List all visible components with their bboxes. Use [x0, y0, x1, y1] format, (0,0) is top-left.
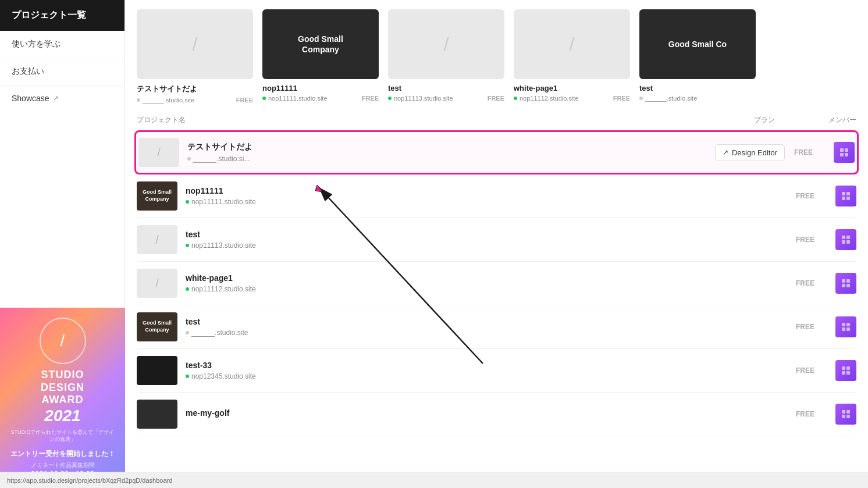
- card-2-thumb: Good SmallCompany: [262, 9, 379, 79]
- project-row-4[interactable]: / white-page1 nop11112.studio.site FREE: [137, 262, 856, 305]
- status-url: https://app.studio.design/projects/bXqzR…: [7, 477, 172, 484]
- slash-icon-row3: /: [155, 233, 159, 247]
- card-5[interactable]: Good Small Co test ______.studio.site: [639, 9, 756, 104]
- card-2-url: nop11111.studio.site: [262, 95, 328, 102]
- gsc-img-text-2: Good Small Company: [137, 187, 177, 205]
- project-actions-7: FREE: [794, 410, 817, 418]
- dot-green-row6: [186, 375, 189, 378]
- card-3[interactable]: / test nop11113.studio.site FREE: [388, 9, 504, 104]
- card-4-plan: FREE: [613, 95, 630, 102]
- project-thumb-5: Good Small Company: [137, 312, 177, 341]
- sidebar-item-learn[interactable]: 使い方を学ぶ: [0, 31, 124, 58]
- slash-icon-row4: /: [155, 277, 159, 290]
- project-row-3[interactable]: / test nop11113.studio.site FREE: [137, 218, 856, 262]
- cards-row: / テストサイトだよ ______.studio.site FREE Good …: [125, 0, 868, 104]
- project-url-3: nop11113.studio.site: [186, 241, 794, 250]
- member-dots-7: [842, 410, 850, 418]
- project-plan-7: FREE: [794, 410, 817, 418]
- header-member: メンバー: [821, 115, 856, 125]
- project-info-5: test ______.studio.site: [186, 317, 794, 337]
- project-thumb-1: /: [138, 138, 179, 167]
- header-plan: プラン: [705, 115, 775, 125]
- card-3-name: test: [388, 84, 504, 92]
- project-name-6: test-33: [186, 361, 794, 370]
- project-plan-1: FREE: [792, 148, 815, 156]
- project-member-7[interactable]: [835, 404, 856, 425]
- project-member-6[interactable]: [835, 360, 856, 381]
- project-name-7: me-my-golf: [186, 408, 794, 418]
- card-4-url: nop11112.studio.site: [514, 95, 579, 102]
- project-member-1[interactable]: [834, 142, 855, 163]
- project-row-1[interactable]: / テストサイトだよ ______.studio.si... ↗ Design …: [134, 130, 859, 174]
- project-thumb-3: /: [137, 225, 177, 254]
- project-info-6: test-33 nop12345.studio.site: [186, 361, 794, 380]
- project-row-7[interactable]: me-my-golf FREE: [137, 393, 856, 436]
- project-member-4[interactable]: [835, 273, 856, 294]
- project-url-2: nop11111.studio.site: [186, 198, 794, 206]
- project-actions-2: FREE: [794, 192, 817, 200]
- card-3-thumb: /: [388, 9, 504, 79]
- card-4-name: white-page1: [514, 84, 630, 92]
- sidebar-item-projects[interactable]: プロジェクト一覧: [0, 0, 124, 31]
- dot-gray-icon-5: [639, 97, 643, 100]
- card-2-name: nop11111: [262, 84, 379, 92]
- header-project-name: プロジェクト名: [137, 115, 705, 125]
- card-1-meta: ______.studio.site FREE: [137, 97, 253, 104]
- project-row-6[interactable]: test-33 nop12345.studio.site FREE: [137, 349, 856, 393]
- member-dots-3: [842, 236, 850, 244]
- project-plan-4: FREE: [794, 279, 817, 287]
- card-5-url: ______.studio.site: [639, 95, 697, 102]
- card-1-name: テストサイトだよ: [137, 84, 253, 94]
- slash-icon-3: /: [444, 34, 449, 55]
- member-dots-6: [842, 366, 850, 375]
- sidebar-item-payment[interactable]: お支払い: [0, 58, 124, 86]
- project-url-5: ______.studio.site: [186, 329, 794, 337]
- card-5-thumb: Good Small Co: [639, 9, 756, 79]
- award-period-label: ノミネート作品募集期間: [31, 461, 95, 469]
- list-section: プロジェクト名 プラン メンバー / テストサイトだよ ______.studi…: [125, 104, 868, 436]
- project-name-1: テストサイトだよ: [187, 142, 715, 152]
- project-list: / テストサイトだよ ______.studio.si... ↗ Design …: [137, 130, 856, 436]
- project-info-2: nop11111 nop11111.studio.site: [186, 186, 794, 206]
- card-1-url: ______.studio.site: [137, 97, 194, 104]
- project-plan-2: FREE: [794, 192, 817, 200]
- card-3-url: nop11113.studio.site: [388, 95, 453, 102]
- award-entry-label: エントリー受付を開始しました！: [10, 449, 115, 459]
- sidebar-bottom: STUDIO DESIGN AWARD 2021 STUDIOで作られたサイトを…: [0, 308, 124, 488]
- award-banner[interactable]: STUDIO DESIGN AWARD 2021 STUDIOで作られたサイトを…: [0, 308, 125, 488]
- project-member-2[interactable]: [835, 186, 856, 206]
- project-info-7: me-my-golf: [186, 408, 794, 420]
- dot-gray-row1: [187, 157, 191, 161]
- project-row-5[interactable]: Good Small Company test ______.studio.si…: [137, 305, 856, 349]
- card-4-thumb: /: [514, 9, 630, 79]
- design-editor-icon: ↗: [723, 148, 728, 156]
- card-1[interactable]: / テストサイトだよ ______.studio.site FREE: [137, 9, 253, 104]
- award-description: STUDIOで作られたサイトを選んで「デザインの逸典」: [9, 429, 116, 443]
- list-header: プロジェクト名 プラン メンバー: [137, 115, 856, 130]
- member-dots-5: [842, 323, 850, 331]
- design-editor-button[interactable]: ↗ Design Editor: [715, 144, 785, 161]
- award-title: STUDIO DESIGN AWARD: [41, 369, 84, 407]
- card-2[interactable]: Good SmallCompany nop11111 nop11111.stud…: [262, 9, 379, 104]
- gsc-text: Good SmallCompany: [298, 34, 343, 55]
- dot-green-icon-4: [514, 97, 517, 100]
- project-thumb-6: [137, 356, 177, 385]
- card-2-plan: FREE: [362, 95, 379, 102]
- status-bar: https://app.studio.design/projects/bXqzR…: [0, 472, 868, 488]
- dot-green-icon-3: [388, 97, 392, 100]
- award-circle: [40, 318, 86, 364]
- project-plan-6: FREE: [794, 366, 817, 375]
- card-4[interactable]: / white-page1 nop11112.studio.site FREE: [514, 9, 630, 104]
- slash-icon-4: /: [570, 34, 575, 55]
- card-3-plan: FREE: [488, 95, 504, 102]
- member-dots-4: [842, 279, 850, 287]
- project-name-2: nop11111: [186, 186, 794, 195]
- project-thumb-7: [137, 400, 177, 429]
- sidebar-item-showcase[interactable]: Showcase ↗: [0, 86, 124, 111]
- project-actions-4: FREE: [794, 279, 817, 287]
- project-thumb-2: Good Small Company: [137, 181, 177, 211]
- project-member-5[interactable]: [835, 316, 856, 337]
- project-member-3[interactable]: [835, 229, 856, 250]
- project-row-2[interactable]: Good Small Company nop11111 nop11111.stu…: [137, 174, 856, 218]
- dot-gray-icon: [137, 98, 140, 102]
